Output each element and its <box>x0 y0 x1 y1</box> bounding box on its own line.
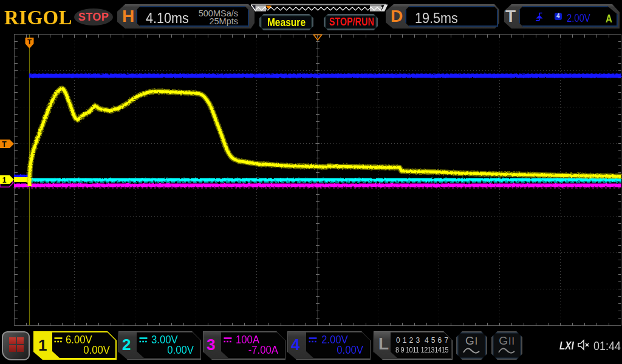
svg-text:1: 1 <box>2 176 7 184</box>
svg-text:T: T <box>2 140 7 149</box>
svg-text:T: T <box>27 38 32 46</box>
